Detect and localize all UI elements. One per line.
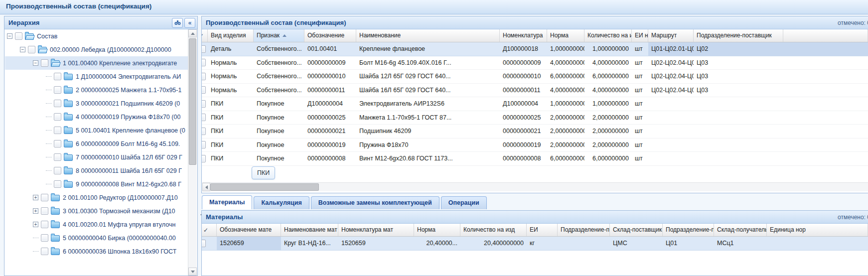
column-header[interactable] [783,29,868,42]
column-header[interactable]: Вид изделия [208,29,254,42]
tree-item[interactable]: +2 001.00100 Редуктор (Д100000007.Д10 [5,191,188,204]
collapse-node-icon[interactable]: − [33,60,38,66]
tree-checkbox[interactable] [54,100,61,107]
tree-item[interactable]: 8 00000000011 Шайба 16Л 65Г 029 Г [5,164,188,177]
grid-cell: Нормаль [208,56,254,70]
column-header[interactable]: ЕИ нор [632,29,648,42]
tree-checkbox[interactable] [15,32,22,40]
column-header[interactable]: Норма [414,224,460,236]
tree-item[interactable]: 5 001.00401 Крепление фланцевое (0 [5,124,188,137]
tree-checkbox[interactable] [41,194,48,201]
row-checkbox[interactable] [202,128,206,135]
column-header[interactable]: Количество на изд [584,29,632,42]
row-checkbox[interactable] [202,100,206,108]
column-header[interactable]: Количество на изд [460,224,527,236]
column-header[interactable]: Номенклатура [500,29,547,42]
scrollbar-thumb[interactable] [189,38,196,165]
scroll-left-button[interactable] [202,183,210,191]
table-row[interactable]: ПКИПокупное00000000021Подшипник 46209000… [202,125,868,138]
tree-item[interactable]: 6 00000000036 Шпонка 18x16x90 ГОСТ [5,245,188,258]
expand-node-icon[interactable]: + [33,195,38,200]
scrollbar-thumb[interactable] [210,183,319,191]
row-checkbox[interactable] [202,141,206,148]
column-header[interactable]: Подразделение-поставщик [694,29,783,42]
tree-checkbox[interactable] [54,153,61,161]
scroll-up-icon[interactable] [188,29,197,37]
expand-node-icon[interactable]: + [33,222,38,227]
tree-item[interactable]: 9 00000000008 Винт М12-6gx20.68 Г [5,177,188,191]
tree-item[interactable]: 7 00000000010 Шайба 12Л 65Г 029 Г [5,150,188,164]
column-header[interactable]: Единица нор [767,224,868,236]
tree-item[interactable]: 4 00000000019 Пружина Ф18x70 (00 [5,110,188,124]
tree-checkbox[interactable] [28,46,35,53]
tab-item[interactable]: Возможные замены комплектующей [311,196,439,209]
tree-checkbox[interactable] [41,59,48,67]
tree-item[interactable]: +3 001.00300 Тормозной механизм (Д10 [5,204,188,218]
tree-checkbox[interactable] [54,180,61,188]
tree-item-label: 5 00000000040 Бирка (00000000040.00 [63,235,176,242]
tree-checkbox[interactable] [41,234,48,242]
table-row[interactable]: ДетальСобственного...001.00401Крепление … [202,42,868,56]
select-all-header[interactable]: ✓ [202,29,208,42]
collapse-node-icon[interactable]: − [7,33,12,39]
row-checkbox[interactable] [202,59,206,66]
column-header[interactable]: Подразделение-по [558,224,610,236]
tree-item[interactable]: 5 00000000040 Бирка (00000000040.00 [5,231,188,245]
column-header[interactable]: Норма [547,29,584,42]
tree-checkbox[interactable] [54,140,61,147]
tree-checkbox[interactable] [41,207,48,215]
column-header[interactable]: Склад-поставщик.. [610,224,663,236]
tree-item[interactable]: 2 00000000025 Манжета 1.1-70x95-1 [5,83,188,97]
row-checkbox[interactable] [202,86,206,94]
column-header[interactable]: Признак [254,29,304,42]
table-row[interactable]: 1520659Круг В1-НД-16...152065920,40000..… [202,237,868,251]
tree-item[interactable]: 3 00000000021 Подшипник 46209 (0 [5,97,188,110]
group-chip: ПКИ [252,166,275,179]
collapse-panel-button[interactable]: « [184,18,195,28]
tree-item[interactable]: +4 001.00200.01 Муфта упругая втулочн [5,218,188,231]
expand-node-icon[interactable]: + [33,208,38,214]
column-header[interactable]: Подразделение-по [663,224,714,236]
tree-checkbox[interactable] [54,167,61,174]
column-header[interactable]: Наименование [356,29,500,42]
column-header[interactable]: Обозначение мате [217,224,281,236]
tree-vertical-scrollbar[interactable] [188,29,197,276]
scroll-down-icon[interactable] [188,268,197,276]
column-header[interactable]: Склад-получатель [714,224,767,236]
tree-checkbox[interactable] [54,86,61,94]
table-row[interactable]: НормальСобственного...00000000009Болт М1… [202,56,868,70]
tree-checkbox[interactable] [41,248,48,255]
collapse-node-icon[interactable]: − [20,47,25,52]
spec-horizontal-scrollbar[interactable] [202,182,868,191]
tree-checkbox[interactable] [54,73,61,80]
tree-item[interactable]: −Состав [5,29,188,43]
row-checkbox[interactable] [202,240,206,247]
tab-active[interactable]: Материалы [202,195,252,209]
tree-checkbox[interactable] [41,221,48,228]
tree-checkbox[interactable] [54,127,61,134]
row-checkbox[interactable] [202,155,206,162]
tab-item[interactable]: Калькуляция [254,196,309,209]
row-checkbox[interactable] [202,45,206,53]
row-checkbox[interactable] [202,73,206,80]
table-row[interactable]: НормальСобственного...00000000011Шайба 1… [202,84,868,98]
column-header[interactable]: Номенклатура мат [338,224,414,236]
table-row[interactable]: ПКИПокупноеД100000004Электродвигатель АИ… [202,97,868,111]
table-row[interactable]: ПКИПокупное00000000025Манжета 1.1-70x95-… [202,111,868,125]
tree-item[interactable]: −002.00000 Лебедка (Д100000002.Д100000 [5,43,188,56]
table-row[interactable]: НормальСобственного...00000000010Шайба 1… [202,70,868,84]
row-checkbox[interactable] [202,114,206,121]
column-header[interactable]: Обозначение [304,29,356,42]
table-row[interactable]: ПКИПокупное00000000008Винт М12-6gx20.68 … [202,152,868,166]
column-header[interactable]: ЕИ [527,224,558,236]
column-header[interactable]: Маршрут [648,29,694,42]
tree-item[interactable]: −1 001.00400 Крепление электродвигате [5,56,188,70]
search-button[interactable] [172,18,183,28]
tree-checkbox[interactable] [54,113,61,121]
tree-item[interactable]: 6 00000000009 Болт М16-6g 45.109. [5,137,188,150]
select-all-header[interactable]: ✓ [202,224,217,236]
column-header[interactable]: Наименование мат [281,224,338,236]
table-row[interactable]: ПКИПокупное00000000019Пружина Ф18x700000… [202,138,868,152]
tab-item[interactable]: Операции [441,196,487,209]
tree-item[interactable]: 1 Д100000004 Электродвигатель АИ [5,70,188,83]
